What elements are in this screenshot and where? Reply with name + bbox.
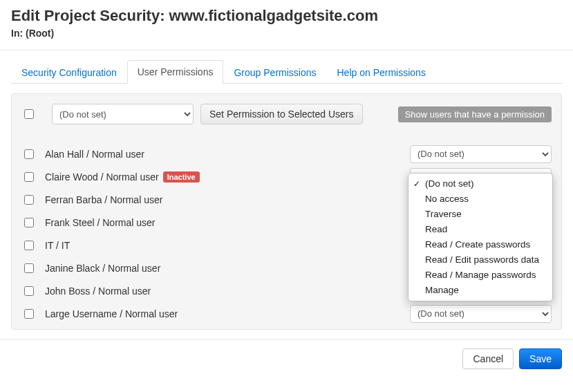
user-name: Claire Wood / Normal user: [45, 171, 159, 183]
save-button[interactable]: Save: [519, 348, 562, 369]
dropdown-item[interactable]: Manage: [408, 283, 552, 298]
user-name: Alan Hall / Normal user: [45, 149, 144, 160]
row-checkbox[interactable]: [24, 263, 34, 273]
user-name: IT / IT: [45, 240, 70, 251]
row-checkbox[interactable]: [24, 286, 34, 296]
user-name: Ferran Barba / Normal user: [45, 194, 162, 205]
user-name: Frank Steel / Normal user: [45, 217, 156, 228]
row-checkbox[interactable]: [24, 218, 34, 227]
user-name: Janine Black / Normal user: [45, 263, 160, 274]
dropdown-item[interactable]: Traverse: [408, 207, 552, 222]
show-users-with-permission-button[interactable]: Show users that have a permission: [398, 106, 552, 122]
table-row: Large Username / Normal user(Do not set): [21, 302, 552, 325]
table-row: Alan Hall / Normal user(Do not set): [21, 142, 552, 165]
tab-help-on-permissions[interactable]: Help on Permissions: [327, 61, 436, 84]
bulk-permission-select[interactable]: (Do not set): [52, 104, 194, 124]
user-name: Large Username / Normal user: [45, 308, 178, 319]
page-title: Edit Project Security: www.fictionalgadg…: [11, 7, 562, 25]
dropdown-item[interactable]: Read / Edit passwords data: [408, 252, 552, 268]
tabs: Security Configuration User Permissions …: [11, 60, 562, 84]
row-permission-select[interactable]: (Do not set): [410, 145, 552, 163]
breadcrumb: In: (Root): [11, 28, 562, 39]
set-permission-button[interactable]: Set Permission to Selected Users: [200, 104, 363, 124]
permission-dropdown-menu[interactable]: (Do not set)No accessTraverseReadRead / …: [408, 173, 553, 301]
cancel-button[interactable]: Cancel: [462, 348, 514, 369]
dropdown-item[interactable]: No access: [408, 192, 552, 207]
row-permission-select[interactable]: (Do not set): [410, 305, 552, 323]
dropdown-item[interactable]: Read / Create passwords: [408, 237, 552, 252]
row-checkbox[interactable]: [24, 309, 34, 319]
row-checkbox[interactable]: [24, 241, 34, 250]
user-name: John Boss / Normal user: [45, 286, 151, 297]
select-all-checkbox[interactable]: [24, 109, 34, 119]
tab-user-permissions[interactable]: User Permissions: [127, 60, 224, 84]
tab-group-permissions[interactable]: Group Permissions: [223, 61, 326, 84]
row-checkbox[interactable]: [24, 149, 34, 159]
user-permissions-panel: (Do not set) Set Permission to Selected …: [11, 93, 562, 330]
row-checkbox[interactable]: [24, 195, 34, 205]
tab-security-configuration[interactable]: Security Configuration: [11, 61, 127, 84]
dropdown-item[interactable]: Read: [408, 222, 552, 237]
status-badge: Inactive: [163, 171, 200, 183]
dropdown-item[interactable]: Read / Manage passwords: [408, 268, 552, 283]
row-checkbox[interactable]: [24, 172, 34, 182]
dropdown-item[interactable]: (Do not set): [408, 176, 552, 192]
